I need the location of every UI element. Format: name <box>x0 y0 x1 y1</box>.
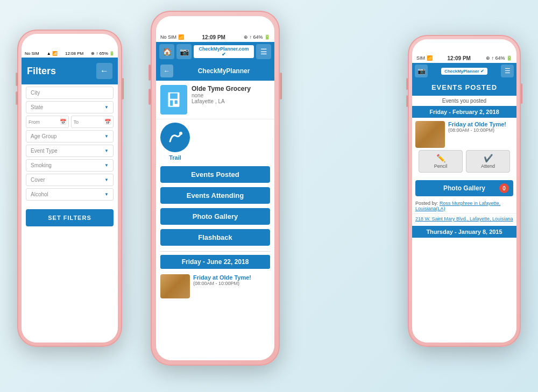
event-time-right: (08:00AM - 10:00PM) <box>448 127 513 133</box>
menu-icon-btn-right[interactable]: ☰ <box>501 65 514 77</box>
cover-dropdown-arrow: ▼ <box>104 177 109 182</box>
business-info: Olde Tyme Grocery none Lafayette , LA <box>192 85 251 115</box>
home-icon-btn[interactable]: 🏠 <box>159 44 174 59</box>
event-thumbnail-right <box>415 121 445 148</box>
trail-icon <box>160 123 190 152</box>
app-logo-right: CheckMyPlanner ✔ <box>430 67 499 75</box>
set-filters-button[interactable]: SET FILTERS <box>26 209 114 226</box>
attend-button[interactable]: ✔️ Attend <box>466 150 510 173</box>
vol-up-right[interactable] <box>406 78 408 90</box>
date-header-right-2: Thursday - January 8, 2015 <box>412 226 516 238</box>
carrier-right: SIM 📶 <box>416 55 433 61</box>
profile-title: CheckMyPlanner <box>178 67 270 75</box>
photo-gallery-btn-center[interactable]: Photo Gallery <box>160 208 270 225</box>
profile-header: ← CheckMyPlanner <box>156 61 274 81</box>
screen-content-right: SIM 📶 12:09 PM ⊕ ↑ 64% 🔋 📷 CheckMyPlanne… <box>412 53 516 343</box>
to-calendar-icon: 📅 <box>104 119 111 125</box>
status-bar-right: SIM 📶 12:09 PM ⊕ ↑ 64% 🔋 <box>412 53 516 63</box>
filter-header: Filters ← <box>22 58 118 84</box>
pencil-button[interactable]: ✏️ Pencil <box>419 150 463 173</box>
svg-point-4 <box>179 132 182 135</box>
smoking-dropdown-arrow: ▼ <box>104 163 109 168</box>
event-title-center: Friday at Olde Tyme! <box>193 274 251 281</box>
business-icon <box>160 85 187 115</box>
age-group-field[interactable]: Age Group ▼ <box>26 130 114 142</box>
date-header-right-1: Friday - February 2, 2018 <box>412 106 516 118</box>
event-thumbnail-center <box>160 274 190 298</box>
attend-icon: ✔️ <box>470 154 506 162</box>
age-dropdown-arrow: ▼ <box>104 134 109 139</box>
photo-gallery-button-right[interactable]: Photo Gallery 0 <box>415 180 513 196</box>
camera-icon-btn-right[interactable]: 📷 <box>415 65 428 77</box>
screen-content-center: No SIM 📶 12:09 PM ⊕ ↑ 64% 🔋 🏠 📷 CheckMyP… <box>156 32 274 360</box>
vol-down-right[interactable] <box>406 95 408 107</box>
power-right[interactable] <box>521 83 522 104</box>
business-sub: none <box>192 92 251 98</box>
business-name: Olde Tyme Grocery <box>192 85 251 92</box>
menu-icon-btn-center[interactable]: ☰ <box>256 44 271 59</box>
phone-left: No SIM ▲ 📶 12:08 PM ⊕ ↑ 65% 🔋 Filters ← … <box>17 30 122 347</box>
event-type-dropdown-arrow: ▼ <box>104 148 109 153</box>
flashback-btn[interactable]: Flashback <box>160 229 270 246</box>
events-posted-btn[interactable]: Events Posted <box>160 166 270 183</box>
city-field[interactable]: City <box>26 87 114 99</box>
event-info-center: Friday at Olde Tyme! (08:00AM - 10:00PM) <box>193 274 251 298</box>
back-button-center[interactable]: ← <box>160 65 173 77</box>
phone-right: SIM 📶 12:09 PM ⊕ ↑ 64% 🔋 📷 CheckMyPlanne… <box>408 35 521 347</box>
phone-screen-right: SIM 📶 12:09 PM ⊕ ↑ 64% 🔋 📷 CheckMyPlanne… <box>412 39 516 343</box>
to-field[interactable]: To 📅 <box>71 116 114 128</box>
app-header-center: 🏠 📷 CheckMyPlanner.com ✔ ☰ <box>156 42 274 61</box>
power-center[interactable] <box>280 73 282 99</box>
app-header-right: 📷 CheckMyPlanner ✔ ☰ <box>412 63 516 79</box>
time-center: 12:09 PM <box>202 34 225 40</box>
address-link[interactable]: 218 W. Saint Mary Blvd., Lafayette, Loui… <box>415 216 513 222</box>
power-btn[interactable] <box>122 78 124 99</box>
back-button-left[interactable]: ← <box>96 63 112 79</box>
trail-label: Trail <box>169 154 181 161</box>
event-top-right: Friday at Olde Tyme! (08:00AM - 10:00PM) <box>415 121 513 148</box>
address-section: 218 W. Saint Mary Blvd., Lafayette, Loui… <box>412 214 516 224</box>
battery-left: ⊕ ↑ 65% 🔋 <box>91 51 115 56</box>
camera-icon-btn-center[interactable]: 📷 <box>176 44 192 59</box>
wifi-icon-left: ▲ 📶 <box>47 51 58 56</box>
event-info-right: Friday at Olde Tyme! (08:00AM - 10:00PM) <box>448 121 513 148</box>
event-card-right: Friday at Olde Tyme! (08:00AM - 10:00PM)… <box>412 118 516 178</box>
volume-up-btn[interactable] <box>16 73 18 86</box>
from-field[interactable]: From 📅 <box>26 116 69 128</box>
phone-screen-center: No SIM 📶 12:09 PM ⊕ ↑ 64% 🔋 🏠 📷 CheckMyP… <box>156 16 274 360</box>
carrier-center: No SIM 📶 <box>160 34 184 40</box>
business-location: Lafayette , LA <box>192 98 251 104</box>
phone-screen-left: No SIM ▲ 📶 12:08 PM ⊕ ↑ 65% 🔋 Filters ← … <box>22 34 118 343</box>
vol-down-center[interactable] <box>148 89 151 105</box>
date-range-row: From 📅 To 📅 <box>26 116 114 128</box>
state-dropdown-arrow: ▼ <box>104 105 109 110</box>
trail-icon-section: Trail <box>160 123 190 161</box>
events-attending-btn[interactable]: Events Attending <box>160 187 270 204</box>
carrier-left: No SIM <box>25 51 39 56</box>
volume-down-btn[interactable] <box>16 91 18 105</box>
cover-field[interactable]: Cover ▼ <box>26 174 114 186</box>
svg-rect-1 <box>170 93 178 98</box>
status-bar-left: No SIM ▲ 📶 12:08 PM ⊕ ↑ 65% 🔋 <box>22 49 118 58</box>
state-field[interactable]: State ▼ <box>26 101 114 113</box>
filter-title: Filters <box>27 66 56 77</box>
svg-rect-2 <box>170 100 173 105</box>
trail-section: Trail <box>156 119 274 164</box>
alcohol-field[interactable]: Alcohol ▼ <box>26 188 114 201</box>
business-card: Olde Tyme Grocery none Lafayette , LA <box>156 81 274 119</box>
notification-badge: 0 <box>499 183 509 193</box>
date-header-center: Friday - June 22, 2018 <box>160 255 270 269</box>
phone-center: No SIM 📶 12:09 PM ⊕ ↑ 64% 🔋 🏠 📷 CheckMyP… <box>151 11 280 366</box>
divider-center <box>160 251 270 252</box>
event-type-field[interactable]: Event Type ▼ <box>26 145 114 157</box>
screen-content-left: No SIM ▲ 📶 12:08 PM ⊕ ↑ 65% 🔋 Filters ← … <box>22 49 118 343</box>
alcohol-dropdown-arrow: ▼ <box>104 192 109 197</box>
app-logo-center: CheckMyPlanner.com ✔ <box>194 45 254 58</box>
vol-up-center[interactable] <box>148 65 151 81</box>
battery-center: ⊕ ↑ 64% 🔋 <box>244 34 270 40</box>
event-actions-right: ✏️ Pencil ✔️ Attend <box>415 150 513 175</box>
status-bar-center: No SIM 📶 12:09 PM ⊕ ↑ 64% 🔋 <box>156 32 274 42</box>
battery-right: ⊕ ↑ 64% 🔋 <box>486 55 512 61</box>
smoking-field[interactable]: Smoking ▼ <box>26 159 114 172</box>
time-right: 12:09 PM <box>448 55 471 61</box>
